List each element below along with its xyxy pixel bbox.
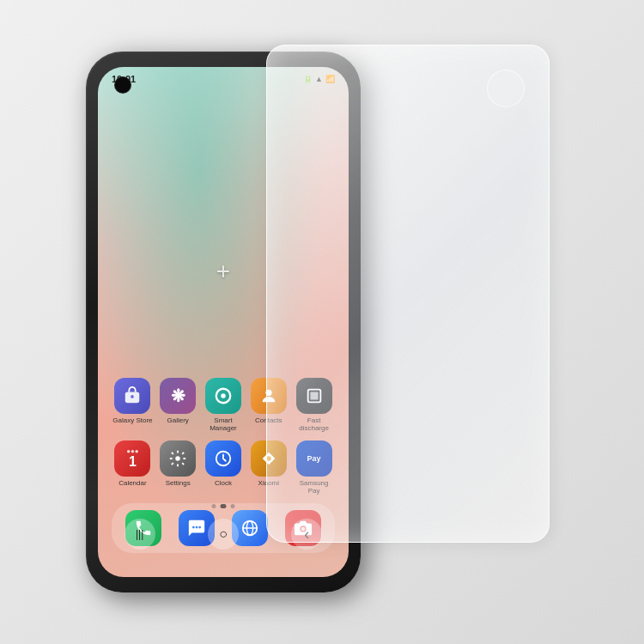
add-widget-button[interactable]: + <box>208 256 239 287</box>
clock-icon <box>205 440 241 477</box>
smart-manager-icon <box>205 378 241 414</box>
app-gallery[interactable]: ❋ Gallery <box>157 378 199 433</box>
gallery-label: Gallery <box>167 416 189 425</box>
home-button[interactable]: ○ <box>208 519 239 550</box>
app-smart-manager[interactable]: Smart Manager <box>203 378 245 433</box>
scene: 10:01 🔋 ▲ 📶 + <box>0 0 644 644</box>
calendar-icon: ●●● 1 <box>114 440 150 477</box>
gallery-icon: ❋ <box>160 378 196 414</box>
settings-label: Settings <box>166 479 191 488</box>
recent-apps-button[interactable]: ||| <box>125 519 155 550</box>
settings-icon <box>160 440 196 477</box>
plus-icon: + <box>216 258 230 285</box>
galaxy-store-icon <box>114 378 150 414</box>
svg-point-1 <box>131 395 135 398</box>
app-settings[interactable]: Settings <box>157 440 199 495</box>
hole-punch-camera <box>115 77 131 93</box>
app-galaxy-store[interactable]: Galaxy Store <box>112 378 154 433</box>
app-calendar[interactable]: ●●● 1 Calendar <box>112 440 154 495</box>
calendar-label: Calendar <box>118 479 146 488</box>
galaxy-store-label: Galaxy Store <box>112 416 152 425</box>
app-clock[interactable]: Clock <box>203 440 245 495</box>
home-icon: ○ <box>219 526 228 542</box>
svg-point-3 <box>221 393 226 398</box>
smart-manager-label: Smart Manager <box>203 416 245 433</box>
clock-label: Clock <box>215 479 232 488</box>
glass-screen-protector <box>266 45 550 543</box>
svg-point-7 <box>175 456 180 461</box>
recent-apps-icon: ||| <box>136 528 143 540</box>
glass-camera-cutout <box>487 70 525 107</box>
